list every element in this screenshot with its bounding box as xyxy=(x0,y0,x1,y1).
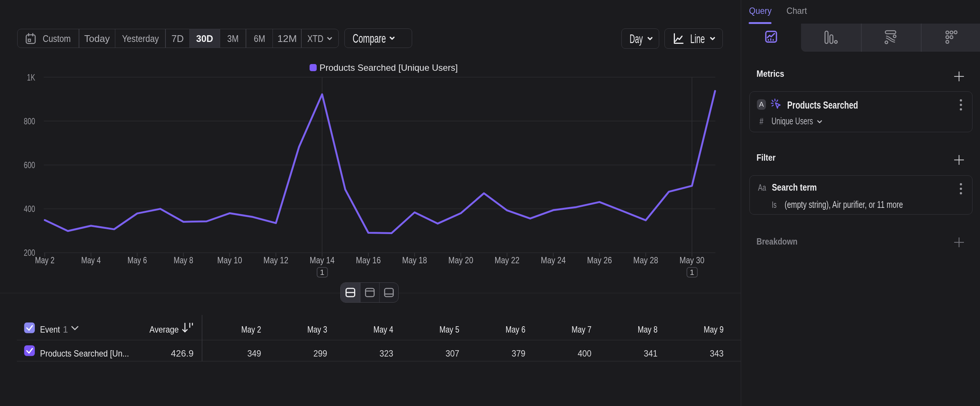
svg-text:1: 1 xyxy=(63,324,68,334)
svg-text:343: 343 xyxy=(710,349,724,358)
svg-text:May 20: May 20 xyxy=(449,255,474,265)
svg-text:Is: Is xyxy=(772,200,776,210)
svg-text:Metrics: Metrics xyxy=(757,68,784,79)
svg-text:323: 323 xyxy=(380,349,393,358)
svg-text:426.9: 426.9 xyxy=(171,349,194,358)
svg-text:May 4: May 4 xyxy=(374,324,393,334)
svg-text:May 9: May 9 xyxy=(704,324,724,334)
svg-text:May 5: May 5 xyxy=(439,324,459,334)
svg-text:May 8: May 8 xyxy=(638,324,658,334)
svg-text:#: # xyxy=(759,116,764,126)
svg-text:May 6: May 6 xyxy=(506,324,525,334)
svg-text:Products Searched [Un...: Products Searched [Un... xyxy=(40,348,129,358)
svg-text:Filter: Filter xyxy=(757,153,776,162)
svg-text:May 30: May 30 xyxy=(679,255,705,265)
svg-text:May 24: May 24 xyxy=(541,255,566,265)
svg-text:Breakdown: Breakdown xyxy=(757,236,797,247)
svg-text:May 22: May 22 xyxy=(495,255,520,265)
svg-text:Unique Users: Unique Users xyxy=(772,116,813,126)
svg-text:May 7: May 7 xyxy=(572,324,592,334)
svg-text:(empty string), Air purifier,: (empty string), Air purifier, or 11 more xyxy=(784,200,903,210)
svg-text:Query: Query xyxy=(749,6,772,16)
svg-text:1K: 1K xyxy=(27,72,35,83)
svg-text:May 4: May 4 xyxy=(81,255,101,265)
svg-text:May 2: May 2 xyxy=(35,255,55,265)
svg-text:May 10: May 10 xyxy=(217,255,242,265)
svg-text:307: 307 xyxy=(445,349,459,358)
svg-text:600: 600 xyxy=(24,160,35,170)
svg-text:May 14: May 14 xyxy=(310,255,335,265)
svg-text:May 12: May 12 xyxy=(264,255,289,265)
svg-text:May 26: May 26 xyxy=(587,255,612,265)
svg-text:May 28: May 28 xyxy=(633,255,659,265)
svg-text:May 8: May 8 xyxy=(174,255,193,265)
svg-text:Search term: Search term xyxy=(772,182,817,193)
svg-text:379: 379 xyxy=(512,349,525,358)
svg-text:400: 400 xyxy=(578,349,592,358)
svg-text:May 18: May 18 xyxy=(402,255,427,265)
svg-text:341: 341 xyxy=(644,349,658,358)
svg-text:May 3: May 3 xyxy=(307,324,327,334)
svg-text:May 6: May 6 xyxy=(128,255,147,265)
svg-text:May 2: May 2 xyxy=(242,324,261,334)
svg-text:Products Searched: Products Searched xyxy=(787,100,858,111)
svg-text:Chart: Chart xyxy=(786,6,807,16)
svg-text:400: 400 xyxy=(24,204,35,214)
svg-text:Aa: Aa xyxy=(758,182,766,193)
svg-text:800: 800 xyxy=(24,116,35,126)
svg-text:May 16: May 16 xyxy=(356,255,381,265)
svg-text:Average: Average xyxy=(150,324,178,334)
svg-text:200: 200 xyxy=(24,248,35,258)
svg-text:349: 349 xyxy=(247,349,261,358)
svg-text:299: 299 xyxy=(313,349,327,358)
svg-text:Event: Event xyxy=(40,324,60,334)
